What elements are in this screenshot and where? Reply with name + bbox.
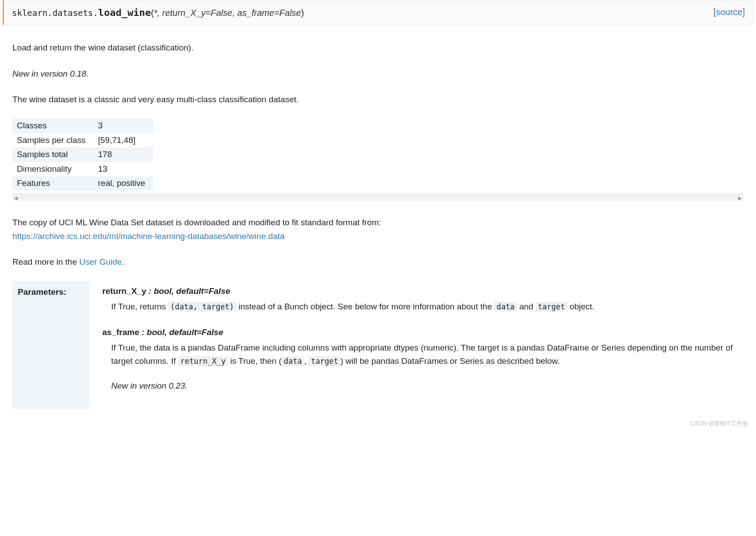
scroll-right-icon[interactable]: ▶ — [738, 195, 742, 202]
table-val: 178 — [93, 147, 153, 162]
watermark: CSDN @老狼IT工作室 — [690, 419, 748, 428]
param-description: If True, the data is a pandas DataFrame … — [111, 341, 742, 393]
user-guide-link[interactable]: User Guide — [79, 257, 122, 266]
desc-text: instead of a Bunch object. See below for… — [236, 302, 494, 311]
source-link[interactable]: [source] — [713, 5, 745, 19]
param-sep: : — [146, 286, 154, 296]
param-name: as_frame — [102, 328, 139, 337]
version-added: New in version 0.18. — [12, 67, 744, 81]
code-literal: target — [309, 356, 340, 366]
module-path: sklearn.datasets. — [12, 8, 98, 18]
param-name: return_X_y — [102, 286, 146, 296]
code-literal: data — [494, 302, 517, 312]
param-sep: : — [139, 328, 147, 337]
table-val: real, positive — [93, 176, 153, 190]
desc-text: , — [304, 356, 309, 366]
horizontal-scrollbar[interactable]: ◀ ▶ — [12, 193, 744, 201]
desc-text: is True, then ( — [228, 356, 281, 366]
parameters-body: return_X_y : bool, default=False If True… — [90, 281, 744, 409]
dataset-source-link[interactable]: https://archive.ics.uci.edu/ml/machine-l… — [12, 231, 285, 241]
param-type: bool, default=False — [147, 328, 223, 337]
table-key: Features — [12, 176, 93, 190]
function-name: load_wine — [98, 7, 151, 18]
intro-text: Load and return the wine dataset (classi… — [12, 41, 744, 54]
parameters-section: Parameters: return_X_y : bool, default=F… — [12, 281, 744, 409]
desc-text: If True, returns — [111, 302, 168, 311]
table-row: Dimensionality13 — [12, 162, 153, 176]
desc-text: and — [517, 302, 535, 311]
intro-text-2: The wine dataset is a classic and very e… — [12, 93, 744, 106]
desc-text: object. — [567, 302, 594, 311]
param-type: bool, default=False — [154, 286, 230, 296]
function-args: *, return_X_y=False, as_frame=False — [154, 8, 301, 18]
source-paragraph: The copy of UCI ML Wine Data Set dataset… — [12, 216, 744, 243]
table-row: Samples per class[59,71,48] — [12, 133, 153, 147]
table-val: [59,71,48] — [93, 133, 153, 147]
read-more-post: . — [122, 257, 124, 266]
code-literal: (data, target) — [168, 302, 236, 312]
desc-text: ) will be pandas DataFrames or Series as… — [341, 356, 560, 366]
table-row: Featuresreal, positive — [12, 176, 153, 190]
param-version-added: New in version 0.23. — [111, 379, 742, 393]
table-key: Samples total — [12, 147, 93, 162]
parameters-label: Parameters: — [12, 281, 90, 409]
source-link-anchor[interactable]: [source] — [713, 7, 745, 17]
code-literal: data — [282, 356, 304, 366]
read-more-pre: Read more in the — [12, 257, 79, 266]
read-more: Read more in the User Guide. — [12, 255, 744, 269]
source-text: The copy of UCI ML Wine Data Set dataset… — [12, 218, 381, 227]
table-key: Classes — [12, 119, 93, 133]
param-as-frame: as_frame : bool, default=False If True, … — [102, 326, 742, 393]
table-key: Samples per class — [12, 133, 93, 147]
code-literal: target — [535, 302, 567, 312]
param-return-x-y: return_X_y : bool, default=False If True… — [102, 285, 742, 313]
param-description: If True, returns (data, target) instead … — [111, 300, 742, 313]
table-val: 13 — [93, 162, 153, 176]
table-val: 3 — [93, 119, 153, 133]
table-key: Dimensionality — [12, 162, 93, 176]
table-row: Classes3 — [12, 119, 153, 133]
table-row: Samples total178 — [12, 147, 153, 162]
paren-close: ) — [301, 8, 304, 18]
dataset-info-table: Classes3 Samples per class[59,71,48] Sam… — [12, 119, 153, 190]
code-literal: return_X_y — [178, 356, 228, 366]
scroll-left-icon[interactable]: ◀ — [14, 195, 18, 202]
function-signature: sklearn.datasets.load_wine(*, return_X_y… — [3, 0, 753, 25]
